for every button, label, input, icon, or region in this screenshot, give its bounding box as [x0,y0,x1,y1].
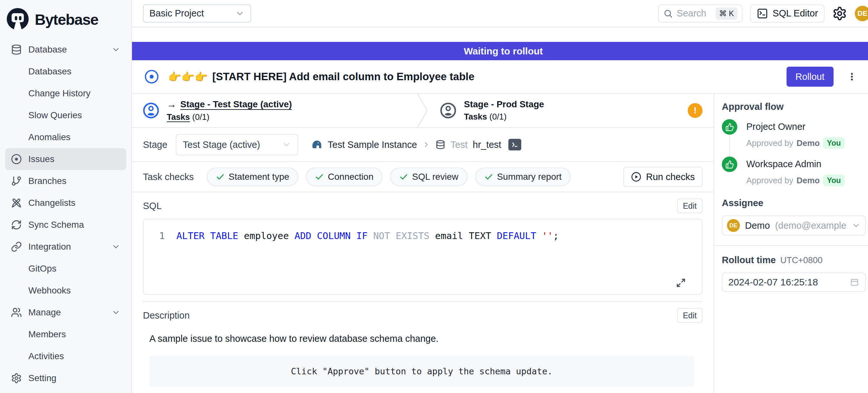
sql-edit-button[interactable]: Edit [677,199,703,213]
stage-select[interactable]: Test Stage (active) [176,134,298,155]
issue-circle-dot-icon [11,154,22,164]
settings-gear-icon[interactable] [832,6,847,21]
check-connection[interactable]: Connection [306,168,382,186]
approval-step-project-owner: Project Owner Approved by Demo You [722,119,866,156]
database-icon [436,140,445,149]
expand-sql-icon[interactable] [676,278,686,288]
environment-label: Test [451,140,467,150]
assignee-title: Assignee [722,198,866,208]
approver-name: Demo [797,176,820,186]
check-icon [484,172,493,181]
approver-name: Demo [797,138,820,148]
instance-link[interactable]: Test Sample Instance [328,140,417,150]
description-edit-button[interactable]: Edit [677,308,703,323]
stage-person-icon [143,102,159,119]
sidebar-item-branches[interactable]: Branches [5,170,126,192]
kebab-menu-icon[interactable] [847,69,857,84]
stage-prod[interactable]: Stage - Prod Stage Tasks (0/1) ! [429,94,713,127]
sidebar-item-integration[interactable]: Integration [5,236,126,258]
check-sql-review[interactable]: SQL review [390,168,467,186]
issue-sidebar: Approval flow Project Owner Approved by … [713,94,868,393]
sql-editor-button[interactable]: SQL Editor [750,4,825,23]
sidebar-item-database[interactable]: Database [5,39,126,61]
open-sql-editor-icon[interactable] [508,139,521,150]
rollout-button[interactable]: Rollout [786,67,834,87]
current-stage-arrow: → [167,99,177,110]
status-banner: Waiting to rollout [132,42,868,60]
stage-tasks-link[interactable]: Tasks [167,112,190,122]
description-note: Click "Approve" button to apply the sche… [149,356,694,387]
stage-label: Stage [143,140,167,150]
link-icon [11,241,22,252]
check-summary-report[interactable]: Summary report [475,168,571,186]
you-badge: You [823,137,845,149]
sidebar-item-webhooks[interactable]: Webhooks [5,280,126,302]
panel-divider [714,245,868,246]
sidebar-item-manage[interactable]: Manage [5,302,126,324]
stage-test[interactable]: → Stage - Test Stage (active) Tasks (0/1… [132,94,416,127]
sidebar-item-slow-queries[interactable]: Slow Queries [5,104,126,126]
stage-timeline: → Stage - Test Stage (active) Tasks (0/1… [132,94,713,128]
stage-tasks-label: Tasks [464,112,487,121]
rollout-time-value: 2024-02-07 16:25:18 [728,277,818,288]
issue-main: → Stage - Test Stage (active) Tasks (0/1… [132,94,713,393]
check-icon [399,172,408,181]
assignee-select[interactable]: DE Demo (demo@example [722,215,866,236]
sidebar-item-gitops[interactable]: GitOps [5,258,126,280]
sidebar-nav: Database Databases Change History Slow Q… [0,34,131,389]
description-section: Description Edit A sample issue to showc… [132,302,713,387]
sidebar-item-databases[interactable]: Databases [5,61,126,83]
approval-flow: Project Owner Approved by Demo You Works… [722,119,866,194]
chevron-down-icon [282,140,291,149]
sidebar-item-anomalies[interactable]: Anomalies [5,126,126,148]
check-statement-type[interactable]: Statement type [207,168,298,186]
terminal-icon [756,8,768,19]
users-icon [11,307,22,318]
check-icon [315,172,324,181]
database-icon [11,44,22,55]
changelist-pencils-icon [11,198,22,208]
git-branch-icon [11,176,22,186]
search-placeholder: Search [677,8,706,19]
issue-open-icon [144,69,159,84]
user-avatar[interactable]: DE [855,6,868,21]
sql-line-number: 1 [144,230,165,241]
stage-name: Stage - Test Stage (active) [180,99,292,110]
calendar-icon [850,277,859,287]
approved-thumbs-up-icon [722,119,737,134]
chevron-down-icon [235,9,245,18]
chevron-down-icon [112,242,120,251]
warning-badge: ! [688,103,703,118]
stage-person-icon [440,102,456,119]
chevron-down-icon [112,308,120,317]
sidebar-item-change-history[interactable]: Change History [5,83,126,104]
app-window: Bytebase Database Databases Change Histo… [0,0,868,393]
approval-step-workspace-admin: Workspace Admin Approved by Demo You [722,156,866,194]
approval-role: Project Owner [746,119,845,132]
sidebar-item-setting[interactable]: Setting [5,367,126,389]
database-breadcrumb: Test Sample Instance Test hr_test [310,139,521,151]
run-checks-button[interactable]: Run checks [623,167,703,187]
database-link[interactable]: hr_test [473,140,501,150]
stage-name: Stage - Prod Stage [464,99,544,110]
sidebar-item-sync-schema[interactable]: Sync Schema [5,214,126,236]
bytebase-logo-icon [6,7,30,31]
sidebar-item-activities[interactable]: Activities [5,345,126,367]
sidebar-item-changelists[interactable]: Changelists [5,192,126,214]
sync-icon [11,219,22,230]
project-selector[interactable]: Basic Project [143,4,251,23]
issue-header: 👉👉👉 [START HERE] Add email column to Emp… [132,60,868,94]
topbar: Basic Project Search ⌘ K SQL Editor DE [132,0,868,27]
sidebar-item-members[interactable]: Members [5,324,126,345]
search-shortcut: ⌘ K [716,7,737,20]
approval-role: Workspace Admin [746,156,845,170]
rollout-time-input[interactable]: 2024-02-07 16:25:18 [722,273,866,292]
sidebar: Bytebase Database Databases Change Histo… [0,0,132,393]
issue-title-emoji: 👉👉👉 [168,70,208,83]
you-badge: You [823,175,845,186]
postgresql-icon [310,139,322,151]
brand-logo[interactable]: Bytebase [0,0,131,34]
sidebar-item-issues[interactable]: Issues [5,148,126,170]
search-input[interactable]: Search ⌘ K [658,4,742,23]
description-text: A sample issue to showcase how to review… [149,333,703,344]
